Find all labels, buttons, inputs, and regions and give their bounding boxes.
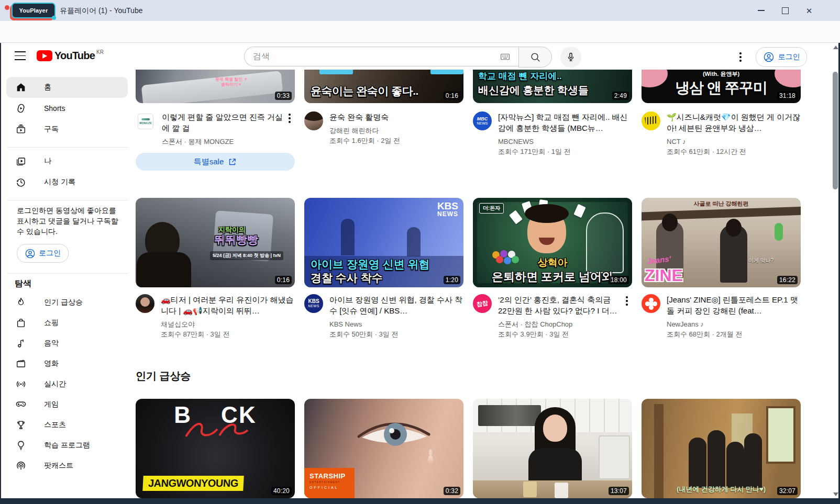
- avatar-logo-shape: [141, 118, 150, 120]
- thumbnail-overlay-text: 몽제 특별 할인 ▼클릭하기▼: [213, 77, 250, 87]
- trending-icon: [15, 297, 27, 308]
- ad-byline[interactable]: 스폰서 · 몽제 MONGZE: [162, 137, 284, 147]
- header-settings-button[interactable]: [734, 50, 747, 64]
- video-card[interactable]: (내년에 건강하게 다시 만나♥) 32:07: [642, 399, 801, 498]
- video-title[interactable]: 이렇게 편할 줄 알았으면 진즉 거실에 깔 걸: [162, 111, 284, 133]
- sidebar-item-label: Shorts: [44, 104, 65, 113]
- video-thumbnail[interactable]: (With. 윤앤부) 냉삼 앤 쭈꾸미 31:18: [642, 70, 801, 103]
- channel-name[interactable]: 채널십오야: [161, 319, 295, 329]
- minimize-button[interactable]: [753, 4, 769, 17]
- video-info: [자막뉴스] 학교 매점 뺀 자리에.. 배신감에 흥분한 학생들 (MBC뉴……: [498, 111, 632, 156]
- video-title[interactable]: 아이브 장원영 신변 위협, 경찰 수사 착수 [잇슈 연예] / KBS…: [329, 294, 463, 316]
- close-button[interactable]: ✕: [801, 4, 817, 17]
- channel-avatar[interactable]: KBSNEWS: [304, 294, 323, 313]
- video-title[interactable]: 윤숙 완숙 활명숙: [329, 111, 463, 122]
- video-thumbnail[interactable]: 더:돈자 상혁아 은퇴하면 포커로 넘어와 18:00: [473, 198, 632, 287]
- signin-button[interactable]: 로그인: [756, 47, 807, 67]
- minimize-icon: [758, 10, 765, 11]
- video-card[interactable]: STARSHIP ENTERTAINMENT OFFICIAL 0:32: [304, 399, 463, 498]
- channel-avatar[interactable]: MONGZE: [138, 114, 153, 129]
- keyboard-icon[interactable]: [500, 51, 511, 64]
- video-meta: KBSNEWS 아이브 장원영 신변 위협, 경찰 수사 착수 [잇슈 연예] …: [304, 294, 463, 339]
- guide-menu-button[interactable]: [15, 51, 26, 60]
- video-card[interactable]: (With. 윤앤부) 냉삼 앤 쭈꾸미 31:18 🌱시즈니&캐럿💎이 원했던…: [642, 70, 801, 156]
- sidebar-item-history[interactable]: 시청 기록: [6, 172, 128, 193]
- video-card[interactable]: KBSNEWS 아이브 장원영 신변 위협 경찰 수사 착수 1:20 KBSN…: [304, 198, 463, 339]
- sidebar-item-live[interactable]: 실시간: [6, 374, 128, 395]
- avatar-text: NEWS: [308, 304, 319, 308]
- thumbnail-art-shape: [744, 433, 762, 488]
- video-meta: 🌱시즈니&캐럿💎이 원했던 게 이거잖아! 세븐틴 윤앤부와 냉삼… NCT ♪…: [642, 111, 801, 156]
- channel-name[interactable]: KBS News: [329, 319, 463, 329]
- sidebar-item-shorts[interactable]: Shorts: [6, 98, 128, 119]
- video-title[interactable]: 🚗티저 | 여러분 우리 유진이가 해냈습니다 | 🚗📢지락이의 뛰뛰…: [161, 294, 295, 316]
- sidebar-item-trending[interactable]: 인기 급상승: [6, 292, 128, 313]
- video-thumbnail[interactable]: BCK JANGWONYOUNG 40:20: [136, 399, 295, 498]
- sidebar-item-podcasts[interactable]: 팟캐스트: [6, 455, 128, 476]
- ad-byline[interactable]: 스폰서 · 찹찹 ChopChop: [498, 319, 622, 329]
- video-thumbnail[interactable]: (내년에 건강하게 다시 만나♥) 32:07: [642, 399, 801, 498]
- channel-avatar[interactable]: [136, 294, 154, 313]
- sidebar-item-subscriptions[interactable]: 구독: [6, 119, 128, 140]
- video-thumbnail[interactable]: KBSNEWS 아이브 장원영 신변 위협 경찰 수사 착수 1:20: [304, 198, 463, 287]
- channel-avatar[interactable]: 찹찹: [473, 294, 492, 313]
- channel-avatar[interactable]: [642, 111, 660, 130]
- voice-search-button[interactable]: [560, 47, 581, 68]
- duration-badge: 40:20: [271, 487, 292, 495]
- sidebar-item-gaming[interactable]: 게임: [6, 394, 128, 415]
- video-thumbnail[interactable]: 학교 매점 뺀 자리에.. 배신감에 흥분한 학생들 2:49: [473, 70, 632, 103]
- ad-cta-button[interactable]: 특별sale: [136, 153, 295, 171]
- sidebar-item-music[interactable]: 음악: [6, 333, 128, 354]
- channel-name[interactable]: 강해린 해린하다: [329, 126, 463, 136]
- advertiser-name: · 찹찹 ChopChop: [518, 320, 572, 328]
- search-button[interactable]: [518, 47, 552, 68]
- video-card[interactable]: 윤숙이는 완숙이 좋다.. 0:16 윤숙 완숙 활명숙 강해린 해린하다 조회…: [304, 70, 463, 145]
- channel-avatar[interactable]: MBCNEWS: [473, 111, 492, 130]
- search-input[interactable]: [244, 47, 518, 66]
- video-thumbnail[interactable]: 사골로 떠난 강해린편 Jeans' ZINE 이게 맞나? 16:22: [642, 198, 801, 287]
- sidebar-item-movies[interactable]: 영화: [6, 353, 128, 374]
- video-meta: [Jeans' ZINE◎] 린틀포레스트 EP.1 맷돌 커피 장인 강해린 …: [642, 294, 801, 339]
- thumbnail-logo: KBSNEWS: [437, 201, 458, 217]
- video-thumbnail[interactable]: 13:07: [473, 399, 632, 498]
- ad-video-card[interactable]: 몽제 특별 할인 ▼클릭하기▼ 0:33 MONGZE 이렇게 편할 줄 알았으…: [136, 70, 295, 147]
- video-card[interactable]: 13:07: [473, 399, 632, 498]
- video-card[interactable]: 지락이의 뛰뛰빵빵 5/24 (금) 저녁 8:40 첫 방송 | tvN 0:…: [136, 198, 295, 339]
- duration-badge: 0:16: [444, 92, 460, 100]
- scrollbar-up-arrow[interactable]: [833, 46, 838, 49]
- sidebar-item-shopping[interactable]: 쇼핑: [6, 312, 128, 333]
- sidebar-item-courses[interactable]: 학습 프로그램: [6, 435, 128, 456]
- channel-avatar[interactable]: [304, 111, 323, 130]
- thumbnail-logo-line: KBS: [437, 201, 458, 211]
- video-title[interactable]: [Jeans' ZINE◎] 린틀포레스트 EP.1 맷돌 커피 장인 강해린 …: [667, 294, 801, 316]
- thumbnail-logo: STARSHIP ENTERTAINMENT OFFICIAL: [304, 468, 355, 498]
- channel-avatar[interactable]: [642, 294, 660, 313]
- video-thumbnail[interactable]: STARSHIP ENTERTAINMENT OFFICIAL 0:32: [304, 399, 463, 498]
- video-thumbnail[interactable]: 지락이의 뛰뛰빵빵 5/24 (금) 저녁 8:40 첫 방송 | tvN 0:…: [136, 198, 295, 287]
- thumbnail-badge: JANGWONYOUNG: [142, 476, 244, 491]
- video-menu-button[interactable]: [284, 111, 295, 147]
- title-bar: YouPlayer 유플레이어 (1) - YouTube ✕: [0, 0, 840, 21]
- eye-art-shape: [355, 415, 433, 454]
- ad-video-card[interactable]: 더:돈자 상혁아 은퇴하면 포커로 넘어와 18:00 찹찹 ‘2의 인간’ 홍…: [473, 198, 632, 339]
- video-card[interactable]: 사골로 떠난 강해린편 Jeans' ZINE 이게 맞나? 16:22 [Je…: [642, 198, 801, 339]
- sidebar-item-sports[interactable]: 스포츠: [6, 415, 128, 435]
- maximize-button[interactable]: [777, 4, 793, 17]
- video-title[interactable]: [자막뉴스] 학교 매점 뺀 자리에.. 배신감에 흥분한 학생들 (MBC뉴…: [498, 111, 632, 133]
- channel-name[interactable]: MBCNEWS: [498, 137, 632, 147]
- channel-name[interactable]: NewJeans ♪: [667, 319, 801, 329]
- video-menu-button[interactable]: [622, 294, 632, 339]
- scrollbar-down-arrow[interactable]: [833, 492, 838, 496]
- video-thumbnail[interactable]: 몽제 특별 할인 ▼클릭하기▼ 0:33: [136, 70, 295, 103]
- video-card[interactable]: 학교 매점 뺀 자리에.. 배신감에 흥분한 학생들 2:49 MBCNEWS …: [473, 70, 632, 156]
- sidebar-item-you[interactable]: 나: [6, 151, 128, 172]
- channel-name[interactable]: NCT ♪: [667, 137, 801, 147]
- scrollbar-thumb[interactable]: [833, 72, 838, 189]
- video-thumbnail[interactable]: 윤숙이는 완숙이 좋다.. 0:16: [304, 70, 463, 103]
- video-title[interactable]: 🌱시즈니&캐럿💎이 원했던 게 이거잖아! 세븐틴 윤앤부와 냉삼…: [667, 111, 801, 133]
- sidebar-signin-button[interactable]: 로그인: [17, 244, 69, 263]
- video-card[interactable]: BCK JANGWONYOUNG 40:20: [136, 399, 295, 498]
- youtube-logo[interactable]: YouTube KR: [37, 50, 104, 61]
- video-title[interactable]: ‘2의 인간’ 홍진호, 결혼식 축의금 22만원 한 사람 있다? 없다? I…: [498, 294, 622, 316]
- sidebar-item-home[interactable]: 홈: [6, 77, 128, 98]
